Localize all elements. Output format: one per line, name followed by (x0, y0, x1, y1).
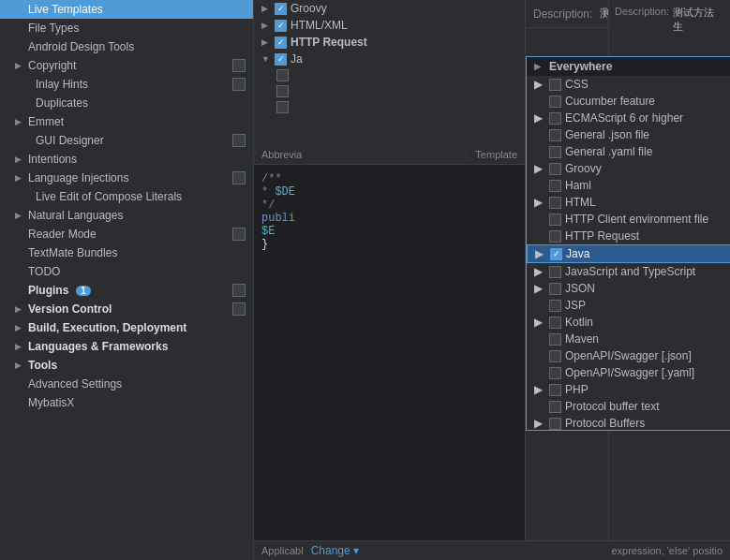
popup-item-jsp[interactable]: JSP (527, 297, 730, 314)
item-checkbox[interactable] (549, 333, 561, 346)
java-template-item-2[interactable] (254, 83, 525, 99)
item-label: Kotlin (565, 316, 593, 329)
sidebar-item-label: Reader Mode (28, 228, 97, 241)
item-checkbox[interactable] (549, 230, 561, 243)
change-link[interactable]: Change ▾ (311, 544, 359, 557)
popup-item-maven[interactable]: Maven (527, 331, 730, 347)
popup-item-openapi-yaml[interactable]: OpenAPI/Swagger [.yaml] (527, 364, 730, 381)
item-label: HTML (565, 196, 596, 209)
item-checkbox[interactable] (549, 418, 561, 430)
template-label: Template (475, 149, 517, 160)
popup-item-html[interactable]: ▶ HTML (527, 194, 730, 211)
item-checkbox[interactable] (276, 69, 289, 81)
template-group-htmlxml[interactable]: ▶ ✓ HTML/XML (254, 17, 525, 34)
desc-label: Description: (615, 6, 669, 17)
expand-arrow: ▶ (261, 37, 271, 47)
popup-item-js-ts[interactable]: ▶ JavaScript and TypeScript (527, 263, 730, 280)
popup-item-proto-buffers[interactable]: ▶ Protocol Buffers (527, 415, 730, 431)
sidebar-item-mybatisx[interactable]: MybatisX (0, 393, 253, 412)
item-checkbox[interactable] (549, 180, 561, 192)
sidebar-item-gui-designer[interactable]: GUI Designer (0, 131, 253, 150)
item-label: HTTP Request (565, 229, 639, 243)
sidebar-item-live-edit[interactable]: Live Edit of Compose Literals (0, 187, 253, 206)
sidebar-item-version-control[interactable]: ▶ Version Control (0, 300, 253, 318)
sidebar-item-language-injections[interactable]: ▶ Language Injections (0, 169, 253, 187)
template-code-area[interactable]: /** * $DE */ publi $E } (254, 165, 525, 540)
popup-item-java[interactable]: ▶ ✓ Java (527, 244, 730, 263)
popup-item-http-request[interactable]: HTTP Request (527, 228, 730, 244)
sidebar-item-android-design-tools[interactable]: Android Design Tools (0, 37, 253, 56)
java-template-item-1[interactable] (254, 67, 525, 83)
expand-arrow: ▶ (15, 342, 24, 351)
group-checkbox[interactable]: ✓ (275, 20, 287, 32)
item-checkbox[interactable] (549, 384, 561, 396)
item-checkbox[interactable] (549, 317, 561, 329)
popup-item-json[interactable]: ▶ JSON (527, 280, 730, 297)
item-checkbox[interactable]: ✓ (550, 248, 562, 260)
sidebar-item-todo[interactable]: TODO (0, 262, 253, 281)
item-checkbox[interactable] (549, 129, 561, 141)
sidebar-item-copyright[interactable]: ▶ Copyright (0, 56, 253, 75)
expression-text: expression, 'else' positio (611, 545, 723, 556)
bottom-bar: Applicabl Change ▾ expression, 'else' po… (254, 540, 730, 560)
sidebar-item-plugins[interactable]: Plugins 1 (0, 281, 253, 300)
item-checkbox[interactable] (549, 266, 561, 278)
sidebar-item-reader-mode[interactable]: Reader Mode (0, 225, 253, 243)
sidebar-item-build-exec[interactable]: ▶ Build, Execution, Deployment (0, 318, 253, 337)
item-checkbox[interactable] (549, 350, 561, 362)
sidebar-item-file-types[interactable]: File Types (0, 19, 253, 37)
item-checkbox[interactable] (276, 85, 289, 97)
item-label: OpenAPI/Swagger [.yaml] (565, 366, 694, 379)
sidebar-item-textmate-bundles[interactable]: TextMate Bundles (0, 243, 253, 262)
java-template-item-3[interactable] (254, 99, 525, 115)
popup-item-groovy[interactable]: ▶ Groovy (527, 160, 730, 177)
popup-item-http-client[interactable]: HTTP Client environment file (527, 211, 730, 228)
item-checkbox[interactable] (276, 101, 289, 113)
item-checkbox[interactable] (549, 79, 561, 91)
item-checkbox[interactable] (549, 214, 561, 226)
settings-icon (232, 284, 246, 297)
popup-item-proto-text[interactable]: Protocol buffer text (527, 398, 730, 415)
template-group-http-request[interactable]: ▶ ✓ HTTP Request (254, 34, 525, 51)
sidebar-item-live-templates[interactable]: Live Templates (0, 0, 253, 19)
group-checkbox[interactable]: ✓ (275, 53, 287, 66)
item-checkbox[interactable] (549, 96, 561, 108)
group-checkbox[interactable]: ✓ (275, 37, 287, 49)
popup-item-general-json[interactable]: General .json file (527, 126, 730, 143)
item-checkbox[interactable] (549, 163, 561, 175)
code-comment-start: /** (261, 172, 282, 185)
popup-item-kotlin[interactable]: ▶ Kotlin (527, 314, 730, 331)
sidebar-item-natural-languages[interactable]: ▶ Natural Languages (0, 206, 253, 225)
sidebar-item-languages-frameworks[interactable]: ▶ Languages & Frameworks (0, 337, 253, 356)
popup-item-cucumber[interactable]: Cucumber feature (527, 93, 730, 110)
popup-item-css[interactable]: ▶ CSS (527, 76, 730, 93)
item-checkbox[interactable] (549, 197, 561, 209)
item-checkbox[interactable] (549, 367, 561, 379)
abbreviation-header: Abbrevia | Template (254, 145, 525, 165)
sidebar-item-emmet[interactable]: ▶ Emmet (0, 112, 253, 131)
popup-item-ecmascript[interactable]: ▶ ECMAScript 6 or higher (527, 110, 730, 126)
item-checkbox[interactable] (549, 112, 561, 125)
popup-item-openapi-json[interactable]: OpenAPI/Swagger [.json] (527, 347, 730, 364)
item-checkbox[interactable] (549, 283, 561, 295)
code-bracket: } (261, 238, 268, 251)
context-dropdown[interactable]: ▶ Everywhere ▶ CSS Cucumber feature ▶ (526, 56, 730, 431)
template-group-java[interactable]: ▼ ✓ Ja (254, 51, 525, 67)
item-checkbox[interactable] (549, 401, 561, 413)
group-checkbox[interactable]: ✓ (275, 3, 287, 15)
template-group-groovy[interactable]: ▶ ✓ Groovy (254, 0, 525, 17)
popup-item-general-yaml[interactable]: General .yaml file (527, 143, 730, 160)
sidebar-item-intentions[interactable]: ▶ Intentions (0, 150, 253, 169)
sidebar-item-duplicates[interactable]: Duplicates (0, 94, 253, 112)
item-checkbox[interactable] (549, 300, 561, 312)
settings-sidebar: Live Templates File Types Android Design… (0, 0, 254, 560)
popup-header-everywhere[interactable]: ▶ Everywhere (527, 57, 730, 76)
item-checkbox[interactable] (549, 146, 561, 158)
popup-item-php[interactable]: ▶ PHP (527, 381, 730, 398)
sidebar-item-inlay-hints[interactable]: Inlay Hints (0, 75, 253, 94)
expand-arrow: ▼ (261, 54, 271, 64)
sidebar-item-advanced-settings[interactable]: Advanced Settings (0, 375, 253, 393)
expand-arrow: ▶ (535, 247, 546, 260)
sidebar-item-tools[interactable]: ▶ Tools (0, 356, 253, 375)
popup-item-haml[interactable]: Haml (527, 177, 730, 194)
